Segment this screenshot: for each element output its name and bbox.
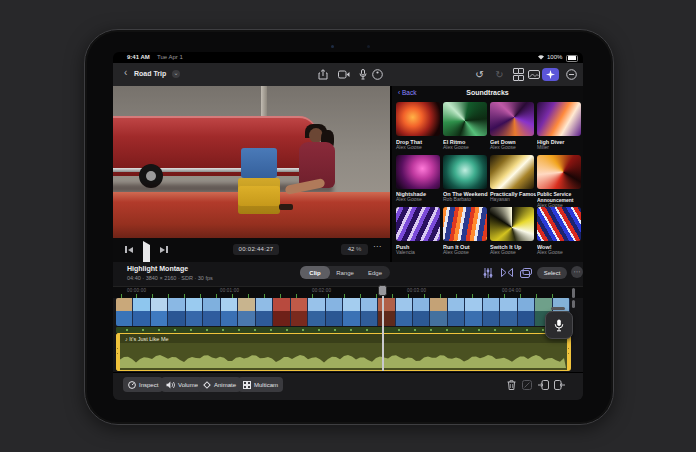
soundtrack-artwork[interactable]	[443, 207, 487, 241]
inspect-button[interactable]: Inspect	[123, 377, 163, 392]
voiceover-drag-handle[interactable]	[551, 307, 565, 310]
soundtrack-card[interactable]: Get DownAlex Goose	[490, 102, 534, 150]
audio-mixer-icon[interactable]	[481, 266, 494, 279]
multicam-button[interactable]: Multicam	[238, 377, 283, 392]
skip-back-icon[interactable]	[125, 246, 133, 253]
camera-icon[interactable]	[337, 68, 350, 81]
viewer-display-icon[interactable]	[527, 68, 540, 81]
video-clip-track[interactable]	[116, 298, 570, 326]
soundtrack-artist: Alex Goose	[490, 145, 534, 151]
soundtrack-artwork[interactable]	[443, 102, 487, 136]
insert-right-icon[interactable]	[553, 379, 565, 391]
soundtrack-artist: Alex Goose	[490, 250, 534, 256]
audio-clip[interactable]: ♪ It's Just Like Me	[116, 333, 570, 371]
soundtrack-artwork[interactable]	[537, 155, 581, 189]
video-thumbnail	[361, 298, 377, 326]
soundtrack-artwork[interactable]	[490, 102, 534, 136]
soundtrack-card[interactable]: Wow!Alex Goose	[537, 207, 581, 255]
video-thumbnail	[203, 298, 219, 326]
soundtrack-artist: Alex Goose	[443, 145, 487, 151]
soundtrack-card[interactable]: Public Service AnnouncementAlex Goose	[537, 155, 581, 209]
soundtrack-card[interactable]: NightshadeAlex Goose	[396, 155, 440, 203]
timeline-toolbar: Inspect Volume Animate Multicam	[113, 372, 583, 400]
soundtrack-card[interactable]: High DiverMiller	[537, 102, 581, 150]
soundtrack-artist: Alex Goose	[537, 250, 581, 256]
timeline-ruler[interactable]: 00:00:00 00:01:00 00:02:00 00:03:00 00:0…	[113, 286, 583, 298]
microphone-icon[interactable]	[356, 68, 369, 81]
soundtrack-card[interactable]: PushValencia	[396, 207, 440, 255]
video-thumbnail	[483, 298, 499, 326]
timeline-more-icon[interactable]: ⋯	[571, 266, 583, 278]
beat-marker-dot	[366, 329, 368, 331]
disable-clip-icon[interactable]	[521, 379, 533, 391]
back-chevron-icon[interactable]: ‹	[124, 67, 127, 78]
project-menu-chevron-icon[interactable]: ⌄	[172, 70, 180, 78]
audio-clip-label: ♪ It's Just Like Me	[125, 336, 169, 342]
soundtrack-artwork[interactable]	[443, 155, 487, 189]
soundtrack-artwork[interactable]	[537, 102, 581, 136]
share-icon[interactable]	[316, 68, 329, 81]
undo-icon[interactable]: ↺	[473, 68, 486, 81]
soundtrack-card[interactable]: El RitmoAlex Goose	[443, 102, 487, 150]
beat-marker-dot	[398, 329, 400, 331]
more-options-icon[interactable]	[565, 68, 578, 81]
soundtrack-card[interactable]: Switch It UpAlex Goose	[490, 207, 534, 255]
timeline-section: Highlight Montage 04:40 · 3840 × 2160 · …	[113, 262, 583, 400]
trash-icon[interactable]	[505, 379, 517, 391]
viewer-more-icon[interactable]: ⋯	[373, 242, 381, 251]
select-button[interactable]: Select	[537, 267, 567, 279]
date: Tue Apr 1	[157, 54, 183, 60]
zoom-level-button[interactable]: 42 %	[341, 244, 368, 255]
beat-marker-dot	[270, 329, 272, 331]
app-grid-icon[interactable]	[511, 68, 524, 81]
beat-marker-dot	[430, 329, 432, 331]
video-thumbnail	[133, 298, 149, 326]
timeline-scrollbar[interactable]	[572, 300, 575, 308]
video-thumbnail	[308, 298, 324, 326]
playhead-handle[interactable]	[378, 285, 387, 296]
video-thumbnail	[256, 298, 272, 326]
project-title[interactable]: Road Trip	[134, 70, 166, 77]
soundtrack-artwork[interactable]	[537, 207, 581, 241]
beat-marker-dot	[238, 329, 240, 331]
volume-icon	[166, 381, 175, 389]
jog-wheel-icon[interactable]	[371, 68, 384, 81]
video-thumbnail	[396, 298, 412, 326]
soundtrack-artwork[interactable]	[490, 155, 534, 189]
soundtrack-card[interactable]: On The WeekendRob Barbato	[443, 155, 487, 203]
beat-marker-dot	[446, 329, 448, 331]
play-icon[interactable]	[143, 245, 150, 263]
video-thumbnail	[326, 298, 342, 326]
insert-left-icon[interactable]	[537, 379, 549, 391]
soundtrack-card[interactable]: Run It OutAlex Goose	[443, 207, 487, 255]
video-viewer[interactable]	[113, 86, 390, 238]
trim-handle-left[interactable]	[116, 333, 120, 371]
mode-clip[interactable]: Clip	[300, 266, 330, 279]
soundtracks-grid: Drop ThatAlex GooseEl RitmoAlex GooseGet…	[396, 102, 583, 262]
soundtrack-card[interactable]: Practically FamousHayasan	[490, 155, 534, 203]
soundtrack-artwork[interactable]	[396, 207, 440, 241]
skip-forward-icon[interactable]	[160, 246, 168, 253]
timeline-scrollbar[interactable]	[572, 288, 575, 298]
ruler-label: 00:02:00	[312, 288, 331, 293]
redo-icon[interactable]: ↻	[493, 68, 506, 81]
clip-overlay-icon[interactable]	[519, 266, 532, 279]
video-thumbnail	[151, 298, 167, 326]
beat-marker-dot	[254, 329, 256, 331]
audio-clip-top-strip	[119, 334, 567, 343]
beat-marker-dot	[526, 329, 528, 331]
playhead-line	[382, 287, 384, 371]
soundtrack-card[interactable]: Drop ThatAlex Goose	[396, 102, 440, 150]
mode-range[interactable]: Range	[330, 266, 360, 279]
soundtrack-artwork[interactable]	[396, 102, 440, 136]
soundtrack-artwork[interactable]	[396, 155, 440, 189]
soundtrack-artwork[interactable]	[490, 207, 534, 241]
transition-icon[interactable]	[500, 266, 513, 279]
mode-edge[interactable]: Edge	[360, 266, 390, 279]
voiceover-record-button[interactable]	[545, 311, 573, 339]
animate-button[interactable]: Animate	[198, 377, 241, 392]
volume-button[interactable]: Volume	[161, 377, 203, 392]
media-browser-icon[interactable]	[542, 68, 559, 81]
video-thumbnail	[518, 298, 534, 326]
soundtrack-artist: Alex Goose	[443, 250, 487, 256]
